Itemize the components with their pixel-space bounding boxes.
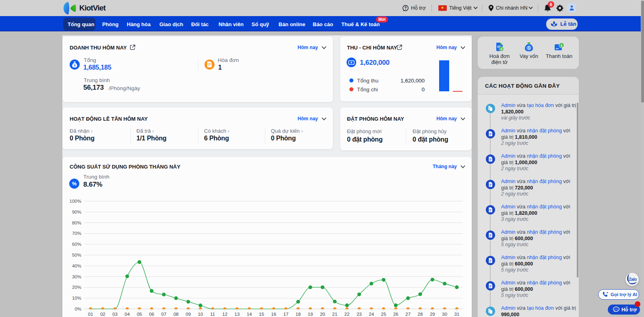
svg-text:12: 12 — [222, 312, 227, 317]
svg-text:29: 29 — [430, 312, 435, 317]
svg-text:18: 18 — [295, 312, 301, 317]
svg-text:08: 08 — [173, 312, 179, 317]
svg-text:17: 17 — [283, 312, 289, 317]
svg-text:$: $ — [528, 46, 530, 50]
svg-text:28: 28 — [418, 312, 423, 317]
svg-text:11: 11 — [210, 312, 215, 317]
svg-text:50%: 50% — [72, 253, 81, 257]
svg-text:03: 03 — [112, 312, 118, 317]
svg-text:90%: 90% — [72, 210, 81, 214]
svg-text:Zalo: Zalo — [629, 277, 637, 282]
svg-text:0%: 0% — [74, 307, 81, 311]
svg-text:10%: 10% — [72, 296, 81, 301]
svg-text:30: 30 — [442, 312, 447, 317]
svg-text:25: 25 — [381, 312, 386, 317]
svg-text:100%: 100% — [70, 199, 81, 204]
svg-text:21: 21 — [332, 312, 337, 317]
svg-text:07: 07 — [161, 312, 167, 317]
svg-text:60%: 60% — [72, 242, 81, 247]
svg-text:40%: 40% — [72, 263, 81, 268]
svg-text:19: 19 — [308, 312, 313, 317]
svg-text:14: 14 — [247, 312, 252, 317]
svg-text:31: 31 — [454, 312, 460, 317]
svg-text:13: 13 — [235, 312, 240, 317]
svg-text:05: 05 — [137, 312, 142, 317]
svg-text:26: 26 — [393, 312, 398, 317]
svg-text:22: 22 — [345, 312, 350, 317]
svg-text:01: 01 — [88, 312, 93, 317]
svg-text:70%: 70% — [72, 231, 81, 236]
svg-text:30%: 30% — [72, 274, 81, 279]
svg-text:đ: đ — [500, 47, 503, 51]
svg-text:10: 10 — [198, 312, 203, 317]
svg-text:$: $ — [560, 43, 562, 47]
svg-text:15: 15 — [259, 312, 264, 317]
svg-text:20: 20 — [320, 312, 325, 317]
svg-text:80%: 80% — [72, 220, 81, 225]
svg-text:09: 09 — [186, 312, 191, 317]
svg-text:23: 23 — [357, 312, 362, 317]
svg-text:24: 24 — [369, 312, 374, 317]
svg-text:20%: 20% — [72, 285, 81, 290]
svg-text:04: 04 — [125, 312, 130, 317]
svg-text:02: 02 — [100, 312, 105, 317]
svg-text:16: 16 — [271, 312, 277, 317]
svg-text:06: 06 — [149, 312, 154, 317]
svg-text:27: 27 — [405, 312, 411, 317]
